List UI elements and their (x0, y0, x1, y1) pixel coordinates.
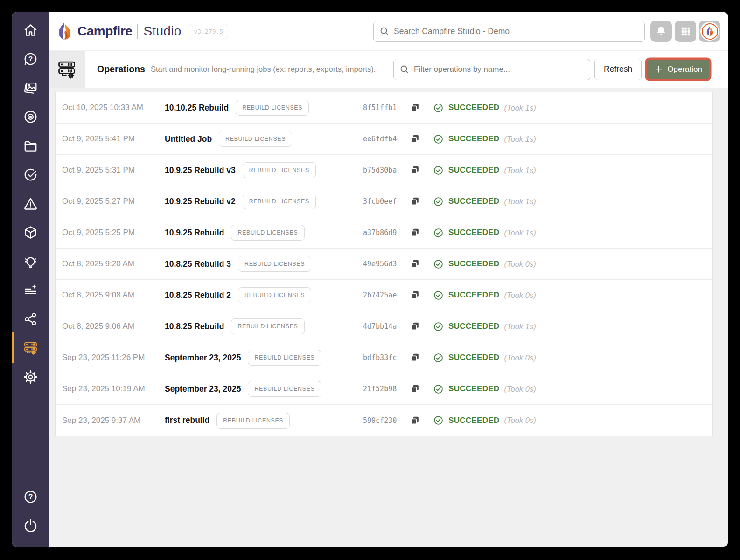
copy-icon (410, 353, 420, 363)
operation-type-badge: REBUILD LICENSES (219, 131, 292, 147)
copy-id-button[interactable] (410, 384, 433, 394)
copy-icon (410, 196, 420, 207)
sidebar-item-help[interactable]: ? (12, 485, 49, 508)
search-icon (379, 26, 390, 36)
sidebar-footer: ? (12, 485, 49, 537)
operation-timestamp: Oct 8, 2025 9:06 AM (62, 322, 165, 331)
operation-row[interactable]: Oct 8, 2025 9:08 AM 10.8.25 Rebuild 2 RE… (56, 280, 712, 311)
account-avatar[interactable] (699, 21, 720, 42)
sidebar-item-discs[interactable] (12, 105, 49, 128)
power-icon (23, 518, 38, 533)
operation-name-group: 10.9.25 Rebuild v2 REBUILD LICENSES (165, 194, 363, 209)
operations-table: Oct 10, 2025 10:33 AM 10.10.25 Rebuild R… (55, 92, 713, 436)
copy-id-button[interactable] (410, 103, 433, 113)
copy-id-button[interactable] (410, 196, 433, 207)
copy-id-button[interactable] (410, 321, 433, 332)
operation-row[interactable]: Sep 23, 2025 11:26 PM September 23, 2025… (56, 342, 712, 373)
operation-row[interactable]: Oct 10, 2025 10:33 AM 10.10.25 Rebuild R… (56, 92, 712, 124)
operation-row[interactable]: Sep 23, 2025 10:19 AM September 23, 2025… (56, 373, 712, 405)
operation-timestamp: Oct 9, 2025 5:25 PM (62, 228, 165, 237)
copy-id-button[interactable] (410, 290, 433, 300)
operation-status: SUCCEEDED (448, 290, 499, 300)
sidebar-item-operations[interactable] (12, 337, 49, 359)
operation-timestamp: Sep 23, 2025 9:37 AM (62, 416, 165, 425)
sidebar-item-packages[interactable] (12, 221, 49, 243)
operation-id: 590cf230 (363, 416, 410, 425)
operation-id: 21f52b98 (363, 385, 410, 393)
operation-status-group: SUCCEEDED (Took 0s) (433, 384, 712, 394)
copy-icon (410, 134, 420, 144)
operation-type-badge: REBUILD LICENSES (236, 100, 309, 116)
operation-type-badge: REBUILD LICENSES (238, 287, 311, 303)
operation-row[interactable]: Oct 9, 2025 5:27 PM 10.9.25 Rebuild v2 R… (56, 186, 712, 217)
copy-id-button[interactable] (410, 165, 433, 175)
global-search-box (373, 21, 645, 42)
operation-status: SUCCEEDED (448, 228, 499, 237)
operation-duration: (Took 1s) (504, 166, 536, 175)
operation-status: SUCCEEDED (448, 134, 499, 144)
sidebar-item-tasks[interactable] (12, 163, 49, 186)
copy-icon (410, 103, 420, 113)
campfire-flame-logo (57, 22, 72, 41)
operation-id: 8f51ffb1 (363, 104, 410, 112)
operation-row[interactable]: Oct 9, 2025 5:31 PM 10.9.25 Rebuild v3 R… (56, 155, 712, 186)
notifications-button[interactable] (650, 21, 672, 42)
refresh-button[interactable]: Refresh (594, 59, 642, 80)
sidebar-item-media[interactable] (12, 76, 49, 99)
copy-id-button[interactable] (410, 134, 433, 144)
page-title: Operations (97, 64, 145, 75)
main-area: Campfire Studio v3.279.5 (49, 12, 728, 547)
operation-timestamp: Sep 23, 2025 11:26 PM (62, 353, 165, 362)
filter-operations-input[interactable] (414, 65, 584, 74)
bell-icon (655, 25, 667, 37)
operation-name-group: Untitled Job REBUILD LICENSES (165, 131, 363, 147)
apps-grid-button[interactable] (675, 21, 696, 42)
app-header: Campfire Studio v3.279.5 (49, 12, 728, 50)
operation-name-group: 10.8.25 Rebuild 2 REBUILD LICENSES (165, 287, 363, 303)
sidebar-item-sharing[interactable] (12, 308, 49, 330)
page-subtitle: Start and monitor long-running jobs (ex:… (151, 65, 376, 74)
sidebar-item-help-chat[interactable]: ? (12, 48, 49, 70)
svg-text:?: ? (28, 55, 32, 62)
operation-status: SUCCEEDED (448, 416, 499, 425)
global-search-input[interactable] (394, 27, 639, 36)
operation-row[interactable]: Oct 9, 2025 5:25 PM 10.9.25 Rebuild REBU… (56, 217, 712, 249)
copy-icon (410, 321, 420, 332)
copy-id-button[interactable] (410, 353, 433, 363)
operation-row[interactable]: Sep 23, 2025 9:37 AM first rebuild REBUI… (56, 405, 712, 436)
operation-name-group: 10.9.25 Rebuild v3 REBUILD LICENSES (165, 162, 363, 178)
operation-status: SUCCEEDED (448, 103, 499, 112)
sidebar-nav: ? (12, 19, 49, 388)
operation-row[interactable]: Oct 8, 2025 9:06 AM 10.8.25 Rebuild REBU… (56, 311, 712, 342)
home-icon (23, 22, 38, 38)
apps-grid-icon (680, 26, 691, 37)
operation-status: SUCCEEDED (448, 259, 499, 269)
sidebar-item-ideas[interactable] (12, 250, 49, 272)
operation-status-group: SUCCEEDED (Took 1s) (433, 134, 712, 145)
operation-name: 10.8.25 Rebuild 3 (165, 259, 231, 269)
operation-name-group: September 23, 2025 REBUILD LICENSES (165, 350, 363, 366)
cube-icon (23, 225, 38, 240)
copy-id-button[interactable] (410, 228, 433, 238)
sidebar-item-home[interactable] (12, 19, 49, 41)
operation-row[interactable]: Oct 8, 2025 9:20 AM 10.8.25 Rebuild 3 RE… (56, 249, 712, 280)
copy-id-button[interactable] (410, 415, 433, 426)
operation-duration: (Took 1s) (504, 104, 536, 112)
filter-box (393, 59, 590, 80)
warning-triangle-icon (23, 196, 38, 211)
copy-id-button[interactable] (410, 259, 433, 269)
sidebar-item-alerts[interactable] (12, 192, 49, 214)
new-operation-button[interactable]: Operation (647, 60, 709, 79)
operations-page-icon-tile (49, 51, 85, 88)
sidebar-item-logout[interactable] (12, 514, 49, 537)
sidebar-item-folders[interactable] (12, 134, 49, 157)
operation-name: 10.10.25 Rebuild (165, 103, 229, 113)
sidebar-item-settings[interactable] (12, 366, 49, 388)
operation-timestamp: Oct 10, 2025 10:33 AM (62, 103, 165, 112)
succeeded-check-icon (433, 384, 444, 394)
sidebar-item-enrichment[interactable] (12, 279, 49, 301)
operation-row[interactable]: Oct 9, 2025 5:41 PM Untitled Job REBUILD… (56, 124, 712, 155)
operation-timestamp: Oct 9, 2025 5:41 PM (62, 134, 165, 144)
share-nodes-icon (23, 311, 38, 327)
operation-name: 10.8.25 Rebuild 2 (165, 290, 231, 300)
